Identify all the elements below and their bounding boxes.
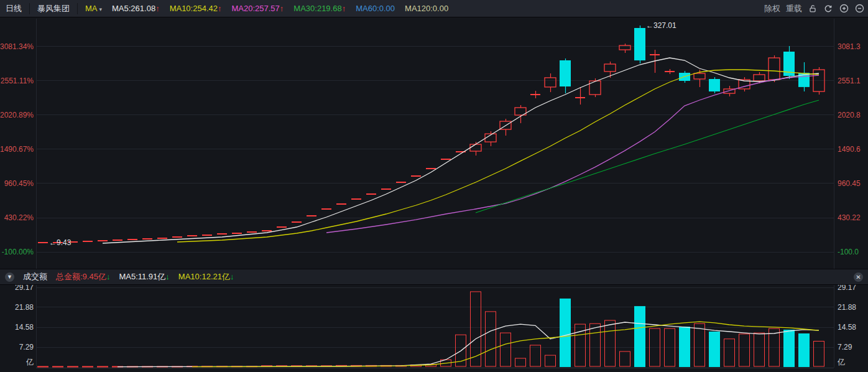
candle-up (619, 45, 630, 50)
volume-bar-up (530, 345, 541, 366)
zoom-out-icon[interactable] (854, 4, 864, 14)
candle-down (634, 28, 645, 60)
price-tick-right: -100.0 (838, 248, 859, 256)
ma5-trend-arrow-icon: ↑ (155, 4, 160, 13)
kline-window: 日线 暴风集团 MA▾ MA5:261.08↑ MA10:254.42↑ MA2… (0, 0, 868, 372)
price-tick-left: 1490.67% (0, 145, 34, 154)
close-panel-icon[interactable]: ✕ (854, 272, 863, 282)
volume-bar-up (68, 366, 78, 367)
volume-bar-up (38, 366, 48, 367)
volume-bar-up (754, 333, 765, 366)
vol-ma-MA10 (192, 322, 819, 366)
ma20-trend-arrow-icon: ↑ (280, 4, 284, 13)
volume-bar-down (783, 330, 795, 367)
volume-bar-up (590, 323, 601, 366)
vol-unit-left: 亿 (25, 358, 34, 366)
tab-daily-kline[interactable]: 日线 (6, 3, 30, 14)
price-tick-right: 3081.3 (838, 42, 861, 51)
price-tick-left: 3081.34% (0, 42, 34, 51)
vol-tick-right: 21.88 (838, 303, 856, 312)
volume-bar-up (739, 334, 750, 366)
volume-bar-up (695, 323, 705, 366)
volume-bar-up (620, 351, 630, 366)
volume-bar-down (560, 299, 571, 367)
vol-tick-right: 14.58 (838, 323, 856, 332)
unlock-icon[interactable] (808, 4, 818, 14)
volume-bar-up (501, 333, 511, 366)
candle-up (754, 75, 765, 81)
ma20-value: MA20:257.57 (231, 4, 279, 13)
ma120-readout: MA120:0.00 (405, 4, 448, 13)
volume-ma5-value: MA5:11.91亿 (119, 272, 165, 281)
volume-bar-down (679, 327, 690, 367)
candle-up (769, 58, 780, 80)
candle-up (604, 64, 616, 72)
collapse-panel-icon[interactable]: ▼ (5, 272, 14, 282)
main-price-chart[interactable]: 3081.34%3081.32551.11%2551.12020.89%2020… (0, 17, 868, 269)
main-toolbar: 日线 暴风集团 MA▾ MA5:261.08↑ MA10:254.42↑ MA2… (0, 0, 868, 17)
ma-dropdown-label: MA (85, 4, 98, 13)
volume-bar-up (545, 355, 556, 366)
zoom-in-icon[interactable] (839, 4, 849, 14)
vol-tick-right: 7.29 (838, 343, 852, 351)
ma10-readout: MA10:254.42↑ (170, 4, 222, 13)
ma5-readout: MA5:261.08↑ (112, 4, 160, 13)
annotations-layer: ←327.01←9.43 (49, 21, 676, 247)
volume-bar-up (53, 366, 63, 367)
volume-bar-up (471, 292, 481, 366)
candle-up (545, 78, 556, 87)
ma-line-MA10 (177, 70, 819, 242)
volume-axis-labels: 29.1729.1721.8821.8814.5814.587.297.29亿亿 (15, 285, 856, 366)
ma60-value: MA60:0.00 (356, 4, 395, 13)
reload-button[interactable]: 重载 (786, 3, 802, 14)
stock-name[interactable]: 暴风集团 (37, 3, 78, 14)
price-tick-right: 960.45 (838, 179, 861, 188)
volume-ma10-readout: MA10:12.21亿↓ (178, 271, 234, 282)
candle-up (470, 144, 481, 151)
candles-layer (38, 26, 824, 243)
price-grid (36, 19, 834, 269)
volume-bar-up (814, 342, 824, 367)
toolbar-right-group: 除权 重载 (764, 3, 864, 14)
price-tick-left: 430.22% (4, 213, 34, 222)
ma-dropdown[interactable]: MA▾ (85, 4, 102, 13)
refresh-icon[interactable] (823, 4, 833, 14)
price-annotation: ←9.43 (49, 238, 72, 247)
volume-bar-up (83, 366, 93, 367)
ma30-trend-arrow-icon: ↑ (342, 4, 346, 13)
candle-down (709, 79, 720, 91)
price-tick-left: 2020.89% (0, 111, 34, 119)
volume-bar-up (515, 358, 526, 366)
volume-ma5-arrow-icon: ↓ (165, 272, 170, 281)
ma10-trend-arrow-icon: ↑ (218, 4, 222, 13)
ma-line-MA30 (476, 100, 819, 213)
volume-ma5-readout: MA5:11.91亿↓ (119, 271, 169, 282)
price-tick-left: -100.00% (2, 248, 34, 256)
volume-bar-up (486, 312, 496, 366)
ex-rights-button[interactable]: 除权 (764, 3, 780, 14)
vol-tick-right: 29.17 (838, 285, 856, 292)
volume-chart[interactable]: 29.1729.1721.8821.8814.5814.587.297.29亿亿 (0, 285, 868, 372)
price-tick-right: 2551.1 (838, 77, 861, 85)
volume-ma10-value: MA10:12.21亿 (178, 272, 230, 281)
volume-bar-up (769, 328, 780, 366)
vol-unit-right: 亿 (837, 358, 845, 366)
price-tick-right: 1490.6 (838, 145, 861, 154)
candle-up (694, 73, 705, 79)
vol-tick-left: 14.58 (15, 323, 34, 332)
ma10-value: MA10:254.42 (170, 4, 218, 13)
turnover-trend-arrow-icon: ↓ (106, 272, 111, 281)
volume-ma10-arrow-icon: ↓ (230, 272, 234, 281)
ma-line-MA20 (326, 75, 819, 233)
ma30-value: MA30:219.68 (293, 4, 341, 13)
ma5-value: MA5:261.08 (112, 4, 155, 13)
volume-bar-down (798, 333, 810, 367)
ma120-value: MA120:0.00 (405, 4, 448, 13)
volume-panel-title[interactable]: 成交额 (23, 271, 47, 282)
volume-bar-up (665, 328, 675, 366)
ma60-readout: MA60:0.00 (356, 4, 395, 13)
price-tick-right: 430.22 (838, 213, 861, 222)
chevron-down-icon: ▾ (99, 6, 103, 12)
vol-tick-left: 21.88 (15, 303, 34, 312)
price-tick-left: 2551.11% (1, 77, 34, 85)
